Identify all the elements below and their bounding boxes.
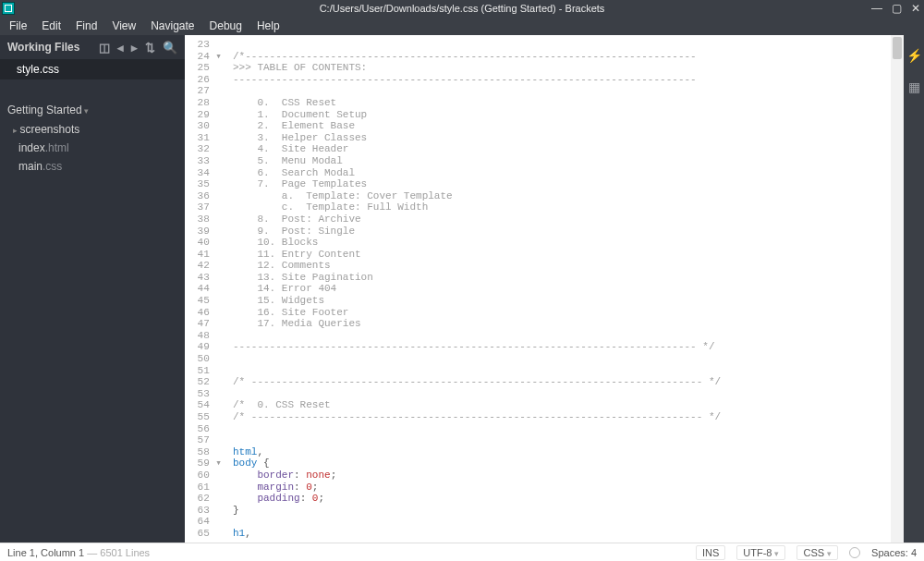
menu-view[interactable]: View xyxy=(106,18,141,34)
menu-find[interactable]: Find xyxy=(70,18,103,34)
status-insert-mode[interactable]: INS xyxy=(696,545,725,560)
status-bar: Line 1, Column 1 — 6501 Lines INS UTF-8▾… xyxy=(0,543,924,561)
menu-file[interactable]: File xyxy=(4,18,32,34)
right-toolbar: ⚡ ▦ xyxy=(904,35,924,543)
project-dropdown[interactable]: Getting Started xyxy=(0,100,185,120)
editor[interactable]: 23 24 ▾25 26 27 28 29 30 31 32 33 34 35 … xyxy=(185,35,904,543)
status-encoding[interactable]: UTF-8▾ xyxy=(736,545,785,560)
sidebar: Working Files ◫ ◂ ▸ ⇅ 🔍 style.css Gettin… xyxy=(0,35,185,543)
scrollbar-thumb[interactable] xyxy=(893,37,902,59)
window-controls: — ▢ ✕ xyxy=(871,0,920,17)
nav-forward-icon[interactable]: ▸ xyxy=(131,41,138,55)
tree-file[interactable]: index.html xyxy=(0,139,185,157)
tree-file[interactable]: main.css xyxy=(0,157,185,176)
tree-folder-screenshots[interactable]: screenshots xyxy=(0,120,185,139)
extension-manager-icon[interactable]: ▦ xyxy=(908,79,920,94)
working-files-tools: ◫ ◂ ▸ ⇅ 🔍 xyxy=(99,41,177,55)
working-files-label: Working Files xyxy=(7,41,79,54)
search-icon[interactable]: 🔍 xyxy=(163,41,177,55)
code-area[interactable]: /*--------------------------------------… xyxy=(229,35,904,543)
nav-back-icon[interactable]: ◂ xyxy=(117,41,124,55)
close-icon[interactable]: ✕ xyxy=(911,2,920,15)
live-preview-icon[interactable]: ⚡ xyxy=(906,48,922,63)
menu-bar: FileEditFindViewNavigateDebugHelp xyxy=(0,17,924,35)
minimize-icon[interactable]: — xyxy=(871,2,882,15)
split-view-icon[interactable]: ◫ xyxy=(99,41,110,55)
menu-debug[interactable]: Debug xyxy=(204,18,248,34)
title-bar: C:/Users/User/Downloads/style.css (Getti… xyxy=(0,0,924,17)
window-title: C:/Users/User/Downloads/style.css (Getti… xyxy=(0,3,924,14)
menu-help[interactable]: Help xyxy=(251,18,286,34)
status-language[interactable]: CSS▾ xyxy=(796,545,838,560)
sort-icon[interactable]: ⇅ xyxy=(145,41,155,55)
status-total-lines: — 6501 Lines xyxy=(87,547,150,558)
working-files-header: Working Files ◫ ◂ ▸ ⇅ 🔍 xyxy=(0,35,185,59)
menu-navigate[interactable]: Navigate xyxy=(145,18,200,34)
status-cursor-pos: Line 1, Column 1 xyxy=(7,547,84,558)
menu-edit[interactable]: Edit xyxy=(36,18,67,34)
status-lint-indicator-icon[interactable] xyxy=(849,547,860,558)
status-spaces[interactable]: Spaces: 4 xyxy=(871,547,917,558)
status-cursor: Line 1, Column 1 — 6501 Lines xyxy=(7,547,150,558)
vertical-scrollbar[interactable] xyxy=(891,35,904,543)
line-number-gutter: 23 24 ▾25 26 27 28 29 30 31 32 33 34 35 … xyxy=(185,35,229,543)
maximize-icon[interactable]: ▢ xyxy=(892,2,902,15)
working-file[interactable]: style.css xyxy=(0,59,185,79)
